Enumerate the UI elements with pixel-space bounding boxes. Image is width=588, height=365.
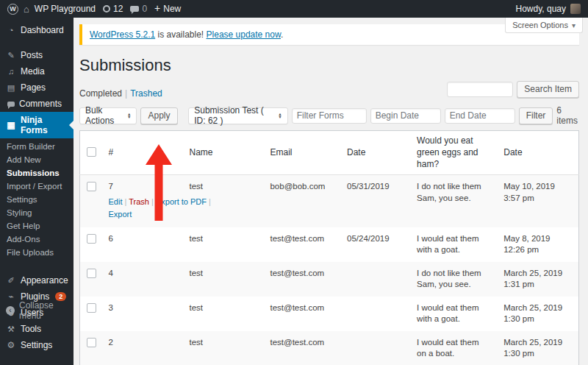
row-checkbox[interactable] (87, 269, 96, 278)
cell-date2: March 25, 2019 1:31 pm (497, 262, 578, 297)
row-actions: Edit | Trash | Export to PDF | Export (109, 196, 232, 222)
submissions-tbody: 7Edit | Trash | Export to PDF | Exportte… (80, 175, 579, 365)
submission-id: 7 (109, 181, 176, 193)
apply-button[interactable]: Apply (140, 107, 177, 124)
home-icon (24, 4, 29, 15)
comments-indicator[interactable]: 0 (130, 4, 147, 14)
site-name-link[interactable]: WP Playground (35, 4, 96, 14)
row-action-edit[interactable]: Edit (109, 197, 123, 206)
screen-options-label: Screen Options (512, 21, 568, 29)
sidebar-subitem-add-ons[interactable]: Add-Ons (0, 233, 74, 246)
wordpress-logo-icon[interactable] (7, 4, 18, 15)
user-avatar[interactable] (570, 4, 581, 14)
search-item-button[interactable]: Search Item (517, 81, 579, 98)
form-filter-select[interactable]: Submission Test ( ID: 62 ) (188, 107, 287, 124)
sidebar-subitem-styling[interactable]: Styling (0, 206, 74, 219)
view-filters: Completed|Trashed (79, 88, 162, 100)
comments-count: 0 (142, 4, 147, 14)
cell-answer: I do not like them Sam, you see. (410, 175, 497, 227)
filter-forms-input[interactable] (292, 108, 367, 124)
row-checkbox[interactable] (87, 338, 96, 347)
search-input[interactable] (447, 82, 513, 97)
table-row: 3testtest@test.comI would eat them with … (80, 297, 579, 331)
settings-icon (6, 340, 16, 350)
page-title: Submissions (79, 56, 579, 75)
sidebar-subitem-settings[interactable]: Settings (0, 193, 74, 206)
tools-icon (6, 325, 16, 334)
sidebar-item-label: Ninja Forms (21, 115, 68, 135)
cell-email: bob@bob.com (263, 175, 340, 227)
sidebar-subitem-file-uploads[interactable]: File Uploads (0, 246, 74, 259)
sidebar-subitem-form-builder[interactable]: Form Builder (0, 140, 74, 153)
row-action-export[interactable]: Export (109, 210, 132, 219)
cell-answer: I do not like them Sam, you see. (410, 262, 497, 297)
cell-name: test (182, 262, 263, 297)
admin-bar: WP Playground 12 0 New Howdy, quay (0, 0, 588, 18)
action-separator: | (149, 197, 156, 206)
cell-date: 05/24/2019 (340, 227, 410, 262)
sidebar-item-comments[interactable]: Comments (0, 96, 74, 112)
row-action-export-to-pdf[interactable]: Export to PDF (156, 197, 207, 206)
cell-date (340, 297, 410, 331)
sidebar-item-collapse-menu[interactable]: Collapse menu (0, 297, 74, 324)
bulk-actions-label: Bulk Actions (85, 105, 121, 126)
column-header-email[interactable]: Email (263, 131, 340, 175)
filter-button[interactable]: Filter (519, 107, 553, 124)
end-date-input[interactable] (445, 108, 515, 124)
cell-name: test (182, 331, 263, 365)
row-checkbox[interactable] (87, 182, 96, 191)
cell-answer: I would eat them with a goat. (410, 297, 497, 331)
row-action-trash[interactable]: Trash (129, 197, 149, 206)
sidebar-item-label: Dashboard (21, 25, 64, 35)
cell-date2: March 25, 2019 1:30 pm (497, 297, 578, 331)
sidebar-subitem-import-export[interactable]: Import / Export (0, 180, 74, 193)
ninja-forms-submenu: Form BuilderAdd NewSubmissionsImport / E… (0, 138, 74, 263)
new-content-menu[interactable]: New (154, 4, 181, 14)
sidebar-item-posts[interactable]: Posts (0, 47, 74, 63)
sidebar-menu: DashboardPostsMediaPagesCommentsNinja Fo… (0, 22, 74, 353)
sidebar-subitem-add-new[interactable]: Add New (0, 153, 74, 166)
sidebar-item-ninja-forms[interactable]: Ninja Forms (0, 112, 74, 138)
cell-email: test@test.com (263, 262, 340, 297)
row-checkbox[interactable] (87, 234, 96, 244)
cell-email: test@test.com (263, 227, 340, 262)
begin-date-input[interactable] (370, 108, 441, 124)
submission-id: 3 (109, 302, 176, 314)
sidebar-item-media[interactable]: Media (0, 63, 74, 79)
view-completed[interactable]: Completed (79, 88, 122, 99)
pages-icon (6, 83, 16, 93)
screen-options-tab[interactable]: Screen Options (505, 18, 583, 33)
media-icon (6, 67, 16, 76)
cell-answer: I would eat them with a goat. (410, 227, 497, 262)
column-header-question[interactable]: Would you eat green eggs and ham? (410, 131, 497, 175)
items-count: 6 items (556, 105, 579, 126)
table-row: 7Edit | Trash | Export to PDF | Exportte… (80, 175, 579, 227)
submission-id: 2 (109, 337, 176, 349)
view-trashed-link[interactable]: Trashed (130, 88, 162, 99)
cell-date (340, 331, 410, 365)
column-header-date[interactable]: Date (340, 131, 410, 175)
chevron-down-icon (572, 21, 576, 29)
column-header-name[interactable]: Name (182, 131, 263, 175)
sidebar-item-label: Media (21, 66, 45, 77)
howdy-text[interactable]: Howdy, quay (516, 4, 566, 14)
sidebar-subitem-submissions[interactable]: Submissions (0, 166, 74, 180)
column-header-id[interactable]: # (102, 131, 183, 175)
table-row: 2testtest@test.comI would eat them on a … (80, 331, 579, 365)
update-now-link[interactable]: Please update now (207, 29, 281, 40)
sidebar-item-appearance[interactable]: Appearance (0, 272, 74, 288)
wordpress-version-link[interactable]: WordPress 5.2.1 (90, 29, 155, 40)
sidebar-item-label: Posts (21, 50, 43, 60)
sidebar-item-dashboard[interactable]: Dashboard (0, 22, 74, 38)
row-checkbox[interactable] (87, 303, 96, 313)
sidebar-item-pages[interactable]: Pages (0, 79, 74, 96)
sidebar-item-settings[interactable]: Settings (0, 337, 74, 353)
updates-indicator[interactable]: 12 (103, 4, 123, 14)
column-header-date2[interactable]: Date (497, 131, 578, 175)
bulk-actions-select[interactable]: Bulk Actions (79, 107, 137, 124)
sidebar-subitem-get-help[interactable]: Get Help (0, 219, 74, 233)
sidebar-item-label: Comments (19, 99, 62, 109)
cell-date: 05/31/2019 (340, 175, 410, 227)
new-label: New (163, 4, 181, 14)
select-all-checkbox[interactable] (87, 147, 96, 157)
